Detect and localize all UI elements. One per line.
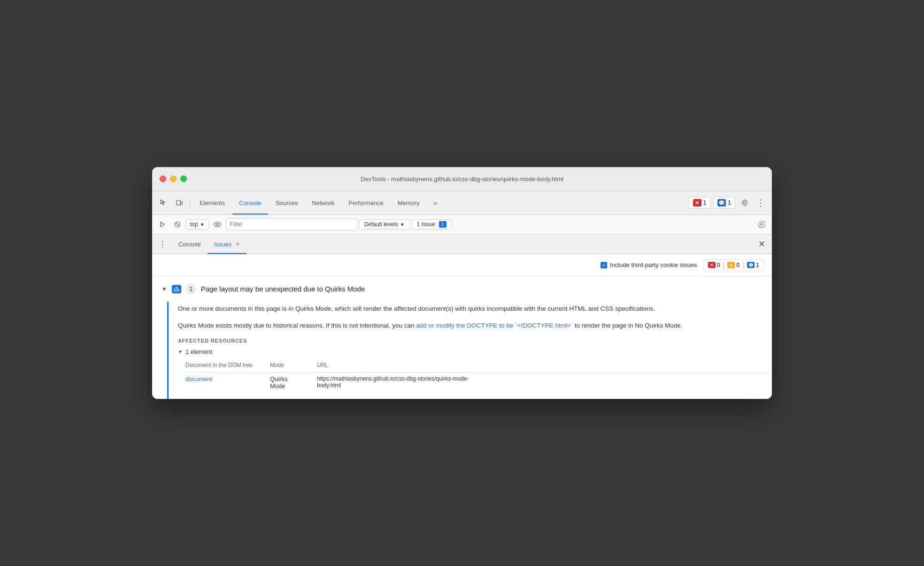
- svg-point-6: [216, 223, 218, 225]
- message-icon: 💬: [717, 199, 726, 207]
- table-header-col3: URL: [317, 360, 770, 373]
- error-icon: ✕: [693, 199, 701, 207]
- tab-console[interactable]: Console: [232, 191, 268, 214]
- issue-body: One or more documents in this page is in…: [167, 302, 772, 399]
- title-bar: DevTools - mathiasbynens.github.io/css-d…: [152, 167, 772, 191]
- svg-point-8: [176, 290, 177, 291]
- resource-chevron-icon: ▼: [178, 349, 183, 354]
- tab-elements[interactable]: Elements: [193, 191, 231, 214]
- affected-resources-label: AFFECTED RESOURCES: [178, 338, 762, 344]
- devtools-window: DevTools - mathiasbynens.github.io/css-d…: [152, 167, 772, 399]
- warning-count-badge[interactable]: ⚠ 0: [727, 262, 739, 268]
- drawer-close-button[interactable]: ✕: [755, 237, 768, 251]
- affected-resources-section: AFFECTED RESOURCES ▼ 1 element Document …: [178, 338, 762, 390]
- issue-chevron-icon: ▼: [162, 286, 167, 292]
- run-snippet-button[interactable]: [156, 218, 169, 231]
- table-header-col2: Mode: [270, 360, 317, 373]
- dropdown-arrow-icon: ▼: [200, 222, 205, 227]
- issue-type-icon: [172, 285, 181, 293]
- filter-counts: ✕ 0 | ⚠ 0 | 💬 1: [703, 259, 764, 271]
- issue-description-2: Quirks Mode exists mostly due to histori…: [178, 321, 762, 331]
- third-party-checkbox-label[interactable]: ✓ Include third-party cookie issues: [601, 261, 697, 268]
- svg-marker-2: [161, 222, 164, 227]
- window-title: DevTools - mathiasbynens.github.io/css-d…: [361, 176, 563, 183]
- svg-rect-1: [180, 201, 182, 205]
- mode-cell-2: Mode: [270, 382, 285, 390]
- issues-badge-button[interactable]: 1 Issue: 1: [412, 219, 452, 229]
- issue-count-badge: 1: [186, 284, 196, 294]
- eye-button[interactable]: [211, 218, 224, 231]
- console-settings-button[interactable]: [755, 218, 768, 231]
- table-row: document Quirks Mode https://mathiasbyne…: [185, 373, 770, 390]
- element-count-toggle[interactable]: ▼ 1 element: [178, 348, 762, 355]
- issue-title: Page layout may be unexpected due to Qui…: [201, 285, 365, 293]
- drawer-menu-button[interactable]: ⋮: [156, 237, 169, 251]
- issue-count-icon: 1: [439, 221, 447, 228]
- toolbar-divider-1: [190, 196, 190, 209]
- error-count-button[interactable]: ✕ 1: [689, 197, 711, 209]
- minimize-button[interactable]: [170, 176, 177, 182]
- svg-point-5: [214, 222, 221, 227]
- issue-card: ▼ 1 Page layout may be unexpected due to…: [152, 276, 772, 399]
- devtools-toolbar: Elements Console Sources Network Perform…: [152, 191, 772, 215]
- document-link[interactable]: document: [185, 375, 212, 382]
- table-header-col1: Document in the DOM tree: [185, 360, 270, 373]
- filter-input[interactable]: [226, 218, 357, 230]
- maximize-button[interactable]: [180, 176, 187, 182]
- default-levels-button[interactable]: Default levels ▼: [359, 219, 410, 229]
- drawer-tab-console[interactable]: Console: [172, 234, 208, 254]
- more-options-button[interactable]: ⋮: [753, 195, 768, 210]
- svg-line-4: [176, 223, 179, 226]
- url-cell-2: body.html: [317, 382, 764, 389]
- issues-tab-close[interactable]: ✕: [235, 241, 240, 247]
- svg-rect-7: [176, 288, 177, 290]
- resource-table: Document in the DOM tree Mode URL docume…: [185, 360, 770, 390]
- url-cell: https://mathiasbynens.github.io/css-dbg-…: [317, 375, 764, 382]
- tab-performance[interactable]: Performance: [342, 191, 390, 214]
- warning-icon: ⚠: [727, 262, 735, 268]
- tab-memory[interactable]: Memory: [391, 191, 426, 214]
- drawer-tab-issues[interactable]: Issues ✕: [208, 234, 247, 254]
- close-button[interactable]: [160, 176, 166, 182]
- dropdown-arrow-icon: ▼: [400, 222, 405, 227]
- traffic-lights: [160, 176, 187, 182]
- message-count-button[interactable]: 💬 1: [713, 197, 735, 209]
- clear-console-button[interactable]: [171, 218, 184, 231]
- inspect-element-button[interactable]: [156, 195, 171, 210]
- settings-button[interactable]: [737, 195, 752, 210]
- info-count-badge[interactable]: 💬 1: [747, 262, 759, 268]
- issue-header[interactable]: ▼ 1 Page layout may be unexpected due to…: [152, 276, 772, 302]
- info-icon: 💬: [747, 262, 755, 268]
- tab-more[interactable]: »: [427, 191, 444, 214]
- drawer-tabs: ⋮ Console Issues ✕ ✕: [152, 235, 772, 254]
- svg-rect-0: [177, 200, 180, 205]
- third-party-checkbox[interactable]: ✓: [601, 262, 607, 268]
- error-count-badge[interactable]: ✕ 0: [708, 262, 720, 268]
- mode-cell: Quirks: [270, 375, 288, 382]
- console-secondary-toolbar: top ▼ Default levels ▼ 1 Issue: 1: [152, 215, 772, 235]
- quirks-mode-link[interactable]: add or modify the DOCTYPE to be `<!DOCTY…: [416, 322, 573, 329]
- tab-sources[interactable]: Sources: [269, 191, 305, 214]
- context-selector[interactable]: top ▼: [186, 219, 209, 229]
- tab-network[interactable]: Network: [306, 191, 341, 214]
- issue-description-1: One or more documents in this page is in…: [178, 304, 762, 314]
- issues-filter-bar: ✓ Include third-party cookie issues ✕ 0 …: [152, 254, 772, 276]
- error-icon: ✕: [708, 262, 716, 268]
- device-toolbar-button[interactable]: [172, 195, 187, 210]
- issues-panel: ⋮ Console Issues ✕ ✕ ✓ Include third-par…: [152, 235, 772, 399]
